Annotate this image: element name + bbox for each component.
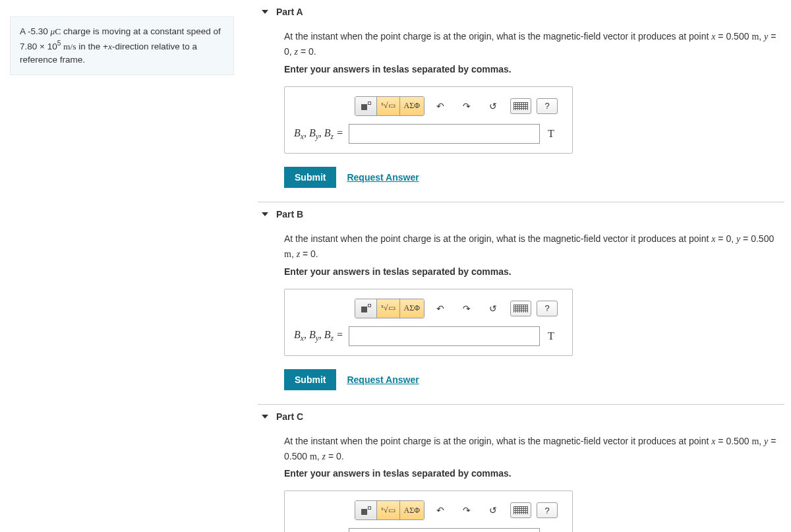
request-answer-link[interactable]: Request Answer — [347, 172, 419, 183]
submit-button[interactable]: Submit — [284, 167, 336, 188]
answer-input[interactable] — [349, 528, 540, 532]
help-button[interactable]: ? — [537, 98, 558, 114]
part-prompt: At the instant when the point charge is … — [284, 231, 784, 262]
part-header[interactable]: Part A — [258, 0, 784, 24]
part-title: Part B — [276, 209, 303, 220]
answer-unit: T — [548, 330, 562, 342]
greek-button[interactable]: ΑΣΦ — [399, 501, 424, 519]
answer-input[interactable] — [349, 326, 540, 346]
formatting-toolbar: x√▭ ΑΣΦ ↶ ↷ ↺ ? — [355, 96, 563, 116]
answer-input-group: x√▭ ΑΣΦ ↶ ↷ ↺ ? Bx, By, Bz = T — [284, 289, 573, 356]
part-prompt: At the instant when the point charge is … — [284, 29, 784, 60]
sqrt-button[interactable]: x√▭ — [376, 299, 399, 318]
submit-button[interactable]: Submit — [284, 369, 336, 390]
reset-button[interactable]: ↺ — [484, 299, 502, 318]
part-header[interactable]: Part B — [258, 202, 784, 226]
sqrt-button[interactable]: x√▭ — [376, 501, 399, 519]
part-instruction: Enter your answers in teslas separated b… — [284, 64, 784, 74]
problem-statement: A -5.30 μC charge is moving at a constan… — [10, 16, 234, 75]
part-instruction: Enter your answers in teslas separated b… — [284, 468, 784, 479]
template-button[interactable] — [355, 501, 376, 519]
help-button[interactable]: ? — [537, 502, 558, 518]
redo-button[interactable]: ↷ — [457, 97, 476, 115]
part-title: Part A — [276, 7, 303, 17]
answer-input[interactable] — [349, 124, 540, 144]
undo-button[interactable]: ↶ — [431, 299, 450, 318]
sqrt-button[interactable]: x√▭ — [376, 97, 399, 115]
redo-button[interactable]: ↷ — [457, 299, 476, 318]
template-button[interactable] — [355, 97, 376, 115]
redo-button[interactable]: ↷ — [457, 501, 476, 519]
answer-input-group: x√▭ ΑΣΦ ↶ ↷ ↺ ? Bx, By, Bz = T — [284, 490, 573, 532]
template-button[interactable] — [355, 299, 376, 318]
chevron-down-icon — [262, 10, 268, 14]
help-button[interactable]: ? — [537, 301, 558, 316]
answer-label: Bx, By, Bz = — [294, 127, 343, 140]
keyboard-button[interactable] — [510, 502, 531, 518]
undo-button[interactable]: ↶ — [431, 97, 450, 115]
part-instruction: Enter your answers in teslas separated b… — [284, 266, 784, 277]
keyboard-button[interactable] — [510, 301, 531, 316]
part-prompt: At the instant when the point charge is … — [284, 434, 784, 465]
request-answer-link[interactable]: Request Answer — [347, 374, 419, 385]
answer-unit: T — [548, 128, 562, 140]
chevron-down-icon — [262, 415, 268, 419]
reset-button[interactable]: ↺ — [484, 501, 502, 519]
undo-button[interactable]: ↶ — [431, 501, 450, 519]
part-header[interactable]: Part C — [258, 405, 784, 429]
chevron-down-icon — [262, 212, 268, 216]
formatting-toolbar: x√▭ ΑΣΦ ↶ ↷ ↺ ? — [355, 299, 563, 318]
reset-button[interactable]: ↺ — [484, 97, 502, 115]
greek-button[interactable]: ΑΣΦ — [399, 97, 424, 115]
keyboard-button[interactable] — [510, 98, 531, 114]
greek-button[interactable]: ΑΣΦ — [399, 299, 424, 318]
answer-input-group: x√▭ ΑΣΦ ↶ ↷ ↺ ? Bx, By, Bz = T — [284, 86, 573, 154]
formatting-toolbar: x√▭ ΑΣΦ ↶ ↷ ↺ ? — [355, 500, 563, 520]
answer-label: Bx, By, Bz = — [294, 329, 343, 342]
part-title: Part C — [276, 411, 303, 422]
